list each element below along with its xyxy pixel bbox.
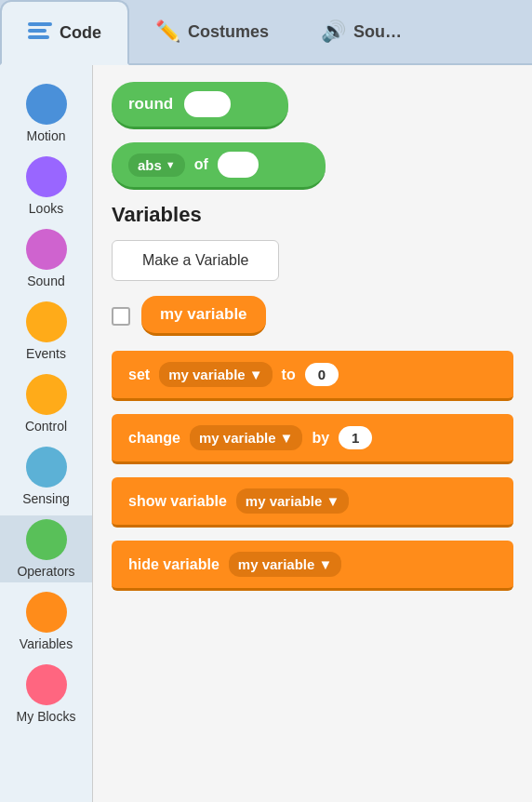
show-dropdown-arrow-icon: ▼ [326,493,339,509]
change-block[interactable]: change my variable ▼ by 1 [112,414,513,464]
hide-variable-dropdown[interactable]: my variable ▼ [229,552,341,577]
tab-code-label: Code [60,23,101,43]
sidebar-item-myblocks[interactable]: My Blocks [0,661,92,728]
svg-rect-1 [28,29,47,33]
set-value[interactable]: 0 [305,363,339,386]
show-variable-label: show variable [128,493,227,510]
sidebar-label-events: Events [26,346,66,361]
round-block-input[interactable] [184,91,231,117]
sidebar-label-sensing: Sensing [22,491,70,506]
make-variable-button[interactable]: Make a Variable [112,240,279,281]
set-dropdown-label: my variable [168,367,246,382]
to-label: to [282,367,296,383]
code-icon [28,20,52,45]
set-label: set [128,367,150,383]
show-variable-block[interactable]: show variable my variable ▼ [112,477,513,528]
change-value[interactable]: 1 [339,426,372,449]
variable-checkbox[interactable] [112,307,130,326]
sound-circle [26,229,67,270]
sidebar-item-sensing[interactable]: Sensing [0,443,92,510]
tab-costumes-label: Costumes [188,22,269,42]
variables-circle [26,592,67,633]
round-block[interactable]: round [112,82,288,129]
sidebar-label-control: Control [25,419,67,434]
tab-code[interactable]: Code [0,0,129,65]
change-dropdown-label: my variable [199,430,276,446]
sensing-circle [26,447,67,488]
svg-rect-2 [28,35,49,39]
hide-dropdown-label: my variable [238,556,315,572]
hide-variable-block[interactable]: hide variable my variable ▼ [112,541,513,591]
round-block-label: round [128,95,173,114]
change-label: change [128,430,180,447]
abs-block[interactable]: abs ▼ of [112,142,326,190]
my-variable-pill[interactable]: my variable [141,296,266,336]
sidebar-item-events[interactable]: Events [0,298,92,365]
round-block-row: round [112,82,513,129]
motion-circle [26,84,67,125]
set-block[interactable]: set my variable ▼ to 0 [112,351,513,401]
sidebar-item-control[interactable]: Control [0,370,92,437]
abs-block-row: abs ▼ of [112,142,513,190]
change-variable-dropdown[interactable]: my variable ▼ [190,425,302,450]
sidebar-item-motion[interactable]: Motion [0,80,92,147]
sidebar-label-operators: Operators [17,564,74,579]
sound-icon: 🔊 [321,20,346,44]
tab-costumes[interactable]: ✏️ Costumes [129,0,295,63]
sidebar-label-variables: Variables [20,636,73,651]
of-label: of [194,156,208,173]
svg-rect-0 [28,22,52,26]
variable-checkbox-row: my variable [112,296,513,336]
abs-dropdown[interactable]: abs ▼ [128,154,185,177]
set-dropdown-arrow-icon: ▼ [249,367,263,382]
tab-bar: Code ✏️ Costumes 🔊 Sou… [0,0,532,65]
variables-heading: Variables [112,203,513,227]
show-variable-dropdown[interactable]: my variable ▼ [236,488,349,514]
sidebar-label-motion: Motion [26,128,65,143]
sidebar-item-looks[interactable]: Looks [0,153,92,220]
hide-variable-label: hide variable [128,556,219,573]
sidebar-label-sound: Sound [27,274,64,288]
sidebar-item-sound[interactable]: Sound [0,225,92,292]
sidebar: Motion Looks Sound Events Control Sensin… [0,65,93,802]
myblocks-circle [26,664,67,705]
control-circle [26,374,67,415]
command-blocks-container: set my variable ▼ to 0 change my variabl… [112,351,513,600]
change-dropdown-arrow-icon: ▼ [280,430,294,446]
operators-circle [26,519,67,560]
abs-dropdown-label: abs [138,157,162,173]
sidebar-item-operators[interactable]: Operators [0,515,92,582]
tab-sound[interactable]: 🔊 Sou… [295,0,428,63]
looks-circle [26,156,67,197]
abs-block-input[interactable] [218,152,259,178]
show-dropdown-label: my variable [246,493,323,509]
set-variable-dropdown[interactable]: my variable ▼ [159,362,272,387]
abs-dropdown-arrow-icon: ▼ [166,159,176,170]
events-circle [26,301,67,342]
hide-dropdown-arrow-icon: ▼ [318,556,332,572]
sidebar-label-myblocks: My Blocks [17,709,76,724]
by-label: by [312,430,329,447]
content-area: round abs ▼ of Variables Make a Variable [93,65,532,802]
tab-sound-label: Sou… [353,22,402,42]
main-layout: Motion Looks Sound Events Control Sensin… [0,65,532,802]
sidebar-label-looks: Looks [29,201,63,216]
sidebar-item-variables[interactable]: Variables [0,588,92,655]
costumes-icon: ✏️ [155,20,180,44]
